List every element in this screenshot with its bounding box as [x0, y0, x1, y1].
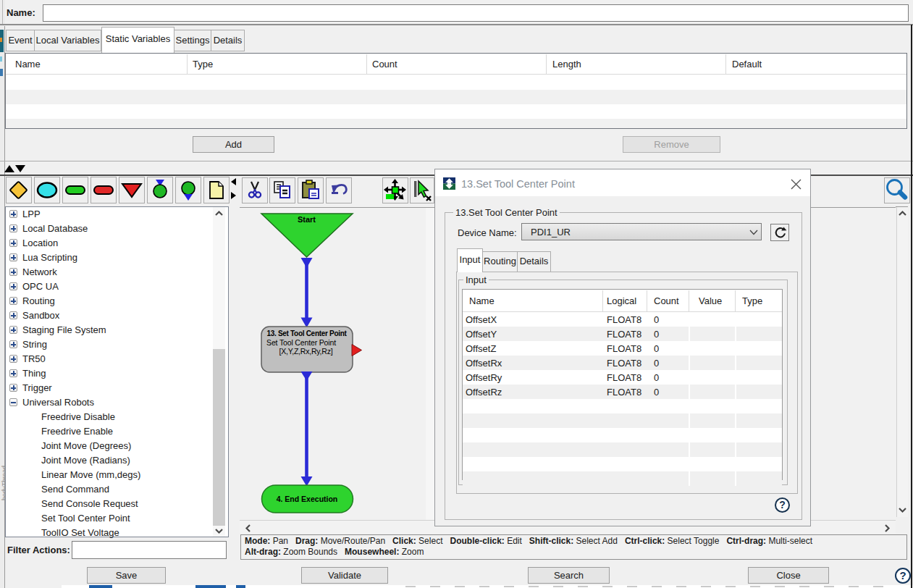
svg-text:13. Set Tool Center Point: 13. Set Tool Center Point	[266, 329, 347, 337]
svg-text:[X,Y,Z,Rx,Ry,Rz]: [X,Y,Z,Rx,Ry,Rz]	[279, 347, 332, 356]
svg-text:Set Tool Center Point: Set Tool Center Point	[266, 338, 336, 347]
svg-text:Start: Start	[298, 215, 316, 224]
svg-text:4. End Execution: 4. End Execution	[277, 495, 338, 503]
